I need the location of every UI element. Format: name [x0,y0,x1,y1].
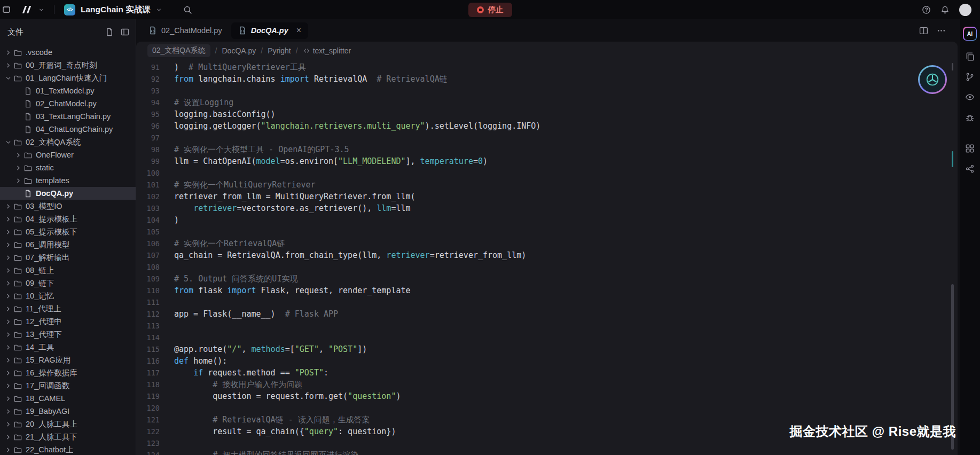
tree-item-18_CAMEL[interactable]: 18_CAMEL [0,392,136,405]
code-line-124[interactable]: 124 # 把大模型的回答结果返回网页进行渲染 [136,449,958,455]
code-line-97[interactable]: 97 [136,132,958,144]
code-line-115[interactable]: 115@app.route("/", methods=["GET", "POST… [136,343,958,355]
tree-item-.vscode[interactable]: .vscode [0,46,136,59]
code-line-92[interactable]: 92from langchain.chains import Retrieval… [136,73,958,85]
code-editor[interactable]: 91) # MultiQueryRetriever工具92from langch… [136,59,958,455]
code-line-114[interactable]: 114 [136,332,958,343]
code-line-111[interactable]: 111 [136,296,958,308]
code-line-108[interactable]: 108 [136,261,958,273]
tree-item-08_链上[interactable]: 08_链上 [0,264,136,277]
code-line-91[interactable]: 91) # MultiQueryRetriever工具 [136,61,958,73]
workspace-name[interactable]: LangChain 实战课 [81,4,151,15]
split-editor-icon[interactable] [919,26,928,35]
window-icon[interactable] [2,5,11,14]
git-branch-icon[interactable] [963,70,976,83]
open-folder-panel-icon[interactable] [121,28,129,36]
breadcrumb-item-Pyright[interactable]: Pyright [268,46,291,55]
code-line-105[interactable]: 105 [136,226,958,238]
breadcrumb-item-text_splitter[interactable]: text_splitter [303,46,351,55]
code-line-94[interactable]: 94# 设置Logging [136,97,958,108]
code-line-93[interactable]: 93 [136,85,958,97]
tree-item-14_工具[interactable]: 14_工具 [0,341,136,354]
share-icon[interactable] [963,162,976,175]
tree-item-09_链下[interactable]: 09_链下 [0,277,136,289]
tree-item-01_LangChain快速入门[interactable]: 01_LangChain快速入门 [0,72,136,84]
tree-item-17_回调函数[interactable]: 17_回调函数 [0,379,136,392]
eye-icon[interactable] [963,91,976,104]
code-line-113[interactable]: 113 [136,320,958,332]
code-line-95[interactable]: 95logging.basicConfig() [136,108,958,120]
close-tab-icon[interactable]: × [296,26,301,35]
stop-button[interactable]: 停止 [468,3,512,17]
project-icon[interactable]: </> [64,4,75,15]
code-line-98[interactable]: 98# 实例化一个大模型工具 - OpenAI的GPT-3.5 [136,144,958,155]
code-line-116[interactable]: 116def home(): [136,355,958,367]
code-line-109[interactable]: 109# 5. Output 问答系统的UI实现 [136,273,958,285]
tab-02_ChatModel.py[interactable]: 02_ChatModel.py [142,22,229,39]
tree-item-static[interactable]: static [0,161,136,174]
tree-item-03_模型IO[interactable]: 03_模型IO [0,200,136,213]
tree-item-OneFlower[interactable]: OneFlower [0,148,136,161]
code-line-120[interactable]: 120 [136,402,958,414]
tree-item-06_调用模型[interactable]: 06_调用模型 [0,238,136,251]
code-line-96[interactable]: 96logging.getLogger("langchain.retriever… [136,120,958,132]
tab-DocQA.py[interactable]: DocQA.py× [231,22,308,39]
tree-item-04_提示模板上[interactable]: 04_提示模板上 [0,213,136,225]
user-avatar[interactable] [959,4,971,16]
more-options-icon[interactable] [937,26,946,35]
tree-item-20_人脉工具上[interactable]: 20_人脉工具上 [0,418,136,430]
new-file-icon[interactable] [105,28,114,36]
code-line-107[interactable]: 107qa_chain = RetrievalQA.from_chain_typ… [136,249,958,261]
code-line-106[interactable]: 106# 实例化一个RetrievalQA链 [136,238,958,249]
bug-icon[interactable] [963,111,976,124]
code-line-100[interactable]: 100 [136,167,958,179]
tree-item-19_BabyAGI[interactable]: 19_BabyAGI [0,405,136,418]
assistant-avatar[interactable] [918,65,947,94]
tree-item-21_人脉工具下[interactable]: 21_人脉工具下 [0,430,136,443]
help-icon[interactable] [922,5,931,14]
search-icon[interactable] [183,5,192,14]
code-line-101[interactable]: 101# 实例化一个MultiQueryRetriever [136,179,958,191]
code-text: # 设置Logging [160,97,233,108]
folder-icon [14,202,22,210]
breadcrumb-item-DocQA.py[interactable]: DocQA.py [222,46,256,55]
line-number: 110 [136,285,160,296]
tree-item-01_TextModel.py[interactable]: 01_TextModel.py [0,84,136,97]
tree-item-02_ChatModel.py[interactable]: 02_ChatModel.py [0,97,136,110]
tree-item-00_开篇词_奇点时刻[interactable]: 00_开篇词_奇点时刻 [0,59,136,72]
files-icon[interactable] [963,50,976,63]
tree-item-04_ChatLongChain.py[interactable]: 04_ChatLongChain.py [0,123,136,136]
tree-item-12_代理中[interactable]: 12_代理中 [0,315,136,328]
code-line-117[interactable]: 117 if request.method == "POST": [136,367,958,379]
tree-item-15_RAG应用[interactable]: 15_RAG应用 [0,354,136,366]
code-line-104[interactable]: 104) [136,214,958,226]
code-line-118[interactable]: 118 # 接收用户输入作为问题 [136,379,958,390]
tree-item-DocQA.py[interactable]: DocQA.py [0,187,136,200]
tree-item-02_文档QA系统[interactable]: 02_文档QA系统 [0,136,136,148]
code-line-99[interactable]: 99llm = ChatOpenAI(model=os.environ["LLM… [136,155,958,167]
grid-icon[interactable] [963,142,976,155]
tree-item-03_TextLangChain.py[interactable]: 03_TextLangChain.py [0,110,136,123]
app-menu-chevron-icon[interactable] [38,7,44,13]
tree-item-16_操作数据库[interactable]: 16_操作数据库 [0,366,136,379]
workspace-chevron-icon[interactable] [156,7,162,13]
tree-item-13_代理下[interactable]: 13_代理下 [0,328,136,341]
code-line-112[interactable]: 112app = Flask(__name__) # Flask APP [136,308,958,320]
app-logo-icon[interactable] [21,5,33,14]
code-line-102[interactable]: 102retriever_from_llm = MultiQueryRetrie… [136,191,958,202]
tree-item-templates[interactable]: templates [0,174,136,187]
ai-assistant-button[interactable]: AI [963,27,977,41]
code-line-119[interactable]: 119 question = request.form.get("questio… [136,390,958,402]
tree-item-05_提示模板下[interactable]: 05_提示模板下 [0,225,136,238]
line-number: 100 [136,167,160,179]
tab-label: 02_ChatModel.py [161,26,222,35]
tree-item-07_解析输出[interactable]: 07_解析输出 [0,251,136,264]
code-line-110[interactable]: 110from flask import Flask, request, ren… [136,285,958,296]
notifications-bell-icon[interactable] [940,5,950,14]
tree-item-11_代理上[interactable]: 11_代理上 [0,302,136,315]
breadcrumb-item-02_文档QA系统[interactable]: 02_文档QA系统 [147,44,210,57]
code-line-103[interactable]: 103 retriever=vectorstore.as_retriever()… [136,202,958,214]
tree-item-10_记忆[interactable]: 10_记忆 [0,289,136,302]
tree-item-label: 00_开篇词_奇点时刻 [26,60,97,70]
tree-item-22_Chatbot上[interactable]: 22_Chatbot上 [0,443,136,455]
